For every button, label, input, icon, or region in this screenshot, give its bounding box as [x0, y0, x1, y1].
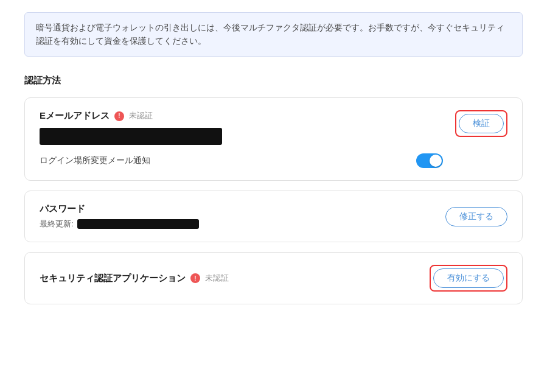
verify-button-highlight: 検証 — [455, 110, 507, 137]
email-masked-value — [40, 128, 222, 145]
section-title: 認証方法 — [24, 75, 523, 86]
info-banner: 暗号通貨および電子ウォレットの引き出しには、今後マルチファクタ認証が必要です。お… — [24, 12, 523, 57]
login-notification-toggle[interactable] — [416, 153, 443, 168]
password-last-update-label: 最終更新: — [40, 219, 433, 229]
toggle-row: ログイン場所変更メール通知 — [40, 153, 443, 168]
password-card: パスワード 最終更新: 修正する — [24, 191, 523, 242]
password-update-row: 最終更新: — [40, 219, 433, 229]
security-unverified-badge: 未認証 — [205, 273, 229, 284]
password-card-title: パスワード — [40, 203, 433, 215]
email-card-title: Eメールアドレス — [40, 110, 110, 122]
password-masked-value — [77, 219, 199, 229]
verify-button[interactable]: 検証 — [459, 114, 504, 133]
warning-icon: ! — [114, 111, 124, 121]
email-card-right: 検証 — [455, 110, 507, 137]
enable-button-highlight: 有効にする — [430, 265, 507, 292]
email-unverified-badge: 未認証 — [129, 111, 153, 121]
email-card: Eメールアドレス ! 未認証 ログイン場所変更メール通知 検証 — [24, 97, 523, 181]
toggle-label: ログイン場所変更メール通知 — [40, 155, 150, 166]
security-card-right: 有効にする — [430, 265, 507, 292]
email-card-left: Eメールアドレス ! 未認証 ログイン場所変更メール通知 — [40, 110, 443, 168]
password-card-right: 修正する — [445, 207, 507, 226]
enable-security-button[interactable]: 有効にする — [433, 268, 504, 288]
security-app-card: セキュリティ認証アプリケーション ! 未認証 有効にする — [24, 252, 523, 304]
password-card-left: パスワード 最終更新: — [40, 203, 433, 229]
security-title-row: セキュリティ認証アプリケーション ! 未認証 — [40, 273, 417, 284]
security-card-left: セキュリティ認証アプリケーション ! 未認証 — [40, 273, 417, 284]
security-warning-icon: ! — [190, 273, 200, 283]
email-title-row: Eメールアドレス ! 未認証 — [40, 110, 153, 122]
banner-text: 暗号通貨および電子ウォレットの引き出しには、今後マルチファクタ認証が必要です。お… — [36, 23, 504, 46]
edit-password-button[interactable]: 修正する — [445, 207, 507, 226]
security-card-title: セキュリティ認証アプリケーション — [40, 273, 186, 284]
